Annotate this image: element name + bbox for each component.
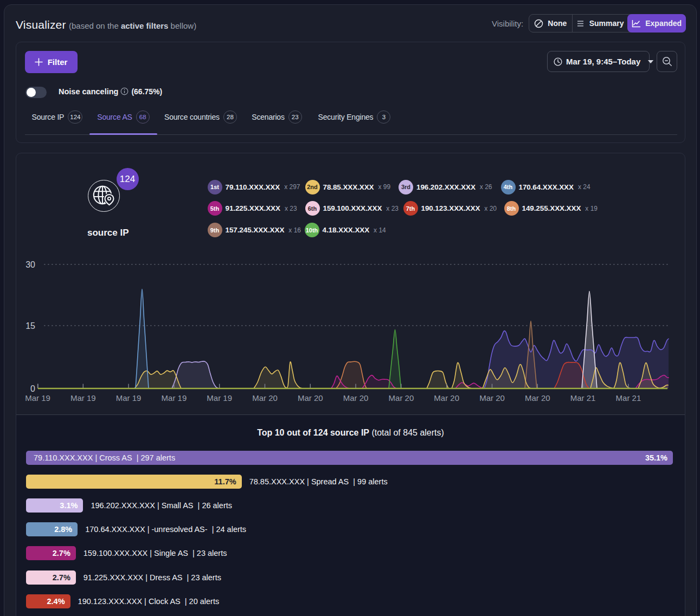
svg-text:Mar 19: Mar 19 xyxy=(25,393,50,403)
svg-text:Mar 21: Mar 21 xyxy=(570,393,596,403)
svg-text:Mar 20: Mar 20 xyxy=(252,393,278,403)
svg-text:Mar 19: Mar 19 xyxy=(207,393,232,403)
svg-text:Mar 20: Mar 20 xyxy=(343,393,369,403)
svg-text:Mar 20: Mar 20 xyxy=(389,393,414,403)
svg-text:30: 30 xyxy=(25,260,35,269)
svg-text:15: 15 xyxy=(25,321,35,330)
svg-text:Mar 20: Mar 20 xyxy=(298,393,323,403)
svg-text:Mar 19: Mar 19 xyxy=(116,393,142,403)
svg-text:Mar 19: Mar 19 xyxy=(162,393,187,403)
svg-text:Mar 20: Mar 20 xyxy=(525,393,550,403)
svg-text:Mar 21: Mar 21 xyxy=(616,393,641,403)
svg-text:0: 0 xyxy=(30,384,35,393)
svg-text:Mar 20: Mar 20 xyxy=(434,393,459,403)
svg-text:Mar 20: Mar 20 xyxy=(479,393,505,403)
svg-text:Mar 19: Mar 19 xyxy=(70,393,96,403)
